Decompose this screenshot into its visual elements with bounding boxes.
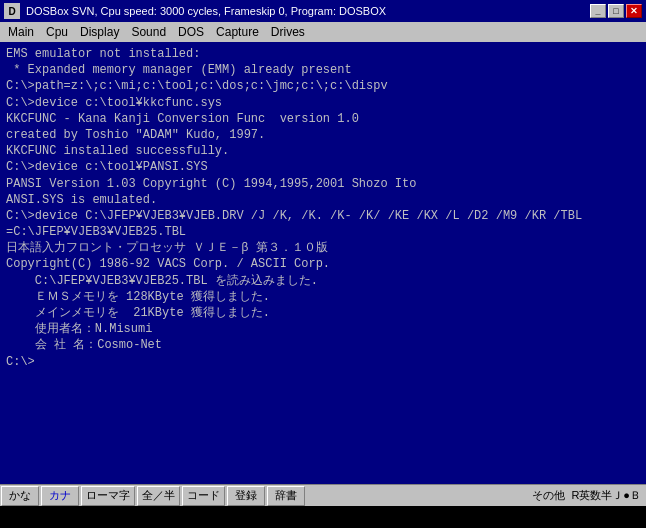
minimize-button[interactable]: _: [590, 4, 606, 18]
terminal-line: C:\>device c:\tool¥PANSI.SYS: [6, 159, 640, 175]
close-button[interactable]: ✕: [626, 4, 642, 18]
terminal-line: KKCFUNC installed successfully.: [6, 143, 640, 159]
terminal-line: ANSI.SYS is emulated.: [6, 192, 640, 208]
ime-button-登録[interactable]: 登録: [227, 486, 265, 506]
terminal-line: C:\>device c:\tool¥kkcfunc.sys: [6, 95, 640, 111]
menu-item-capture[interactable]: Capture: [210, 22, 265, 42]
terminal-output: EMS emulator not installed: * Expanded m…: [0, 42, 646, 484]
ime-right-label: その他: [529, 487, 568, 504]
terminal-line: EMS emulator not installed:: [6, 46, 640, 62]
ime-button-全／半[interactable]: 全／半: [137, 486, 180, 506]
maximize-button[interactable]: □: [608, 4, 624, 18]
menu-item-display[interactable]: Display: [74, 22, 125, 42]
terminal-line: Copyright(C) 1986-92 VACS Corp. / ASCII …: [6, 256, 640, 272]
terminal-line: 日本語入力フロント・プロセッサ ＶＪＥ－β 第３．１０版: [6, 240, 640, 256]
terminal-line: PANSI Version 1.03 Copyright (C) 1994,19…: [6, 176, 640, 192]
menu-item-cpu[interactable]: Cpu: [40, 22, 74, 42]
terminal-line: C:\>path=z:\;c:\mi;c:\tool;c:\dos;c:\jmc…: [6, 78, 640, 94]
menu-item-drives[interactable]: Drives: [265, 22, 311, 42]
terminal-line: created by Toshio "ADAM" Kudo, 1997.: [6, 127, 640, 143]
menu-item-main[interactable]: Main: [2, 22, 40, 42]
ime-button-カナ[interactable]: カナ: [41, 486, 79, 506]
terminal-line: 会 社 名：Cosmo-Net: [6, 337, 640, 353]
terminal-line: * Expanded memory manager (EMM) already …: [6, 62, 640, 78]
ime-button-辞書[interactable]: 辞書: [267, 486, 305, 506]
terminal-line: ＥＭＳメモリを 128KByte 獲得しました.: [6, 289, 640, 305]
ime-bar: かなカナローマ字全／半コード登録辞書その他R英数半Ｊ●Ｂ: [0, 484, 646, 506]
title-text: DOSBox SVN, Cpu speed: 3000 cycles, Fram…: [26, 5, 386, 17]
terminal-line: 使用者名：N.Misumi: [6, 321, 640, 337]
menu-bar: MainCpuDisplaySoundDOSCaptureDrives: [0, 22, 646, 42]
title-buttons: _ □ ✕: [590, 4, 642, 18]
title-bar: D DOSBox SVN, Cpu speed: 3000 cycles, Fr…: [0, 0, 646, 22]
title-left: D DOSBox SVN, Cpu speed: 3000 cycles, Fr…: [4, 3, 386, 19]
menu-item-dos[interactable]: DOS: [172, 22, 210, 42]
ime-right-labels: その他R英数半Ｊ●Ｂ: [529, 487, 644, 504]
terminal-line: =C:\JFEP¥VJEB3¥VJEB25.TBL: [6, 224, 640, 240]
terminal-line: C:\JFEP¥VJEB3¥VJEB25.TBL を読み込みました.: [6, 273, 640, 289]
terminal-line: C:\>device C:\JFEP¥VJEB3¥VJEB.DRV /J /K,…: [6, 208, 640, 224]
menu-item-sound[interactable]: Sound: [125, 22, 172, 42]
terminal-line: C:\>: [6, 354, 640, 370]
ime-button-ローマ字[interactable]: ローマ字: [81, 486, 135, 506]
ime-button-かな[interactable]: かな: [1, 486, 39, 506]
terminal-line: KKCFUNC - Kana Kanji Conversion Func ver…: [6, 111, 640, 127]
app-icon: D: [4, 3, 20, 19]
ime-right-label: R英数半Ｊ●Ｂ: [568, 487, 644, 504]
terminal-line: メインメモリを 21KByte 獲得しました.: [6, 305, 640, 321]
ime-button-コード[interactable]: コード: [182, 486, 225, 506]
